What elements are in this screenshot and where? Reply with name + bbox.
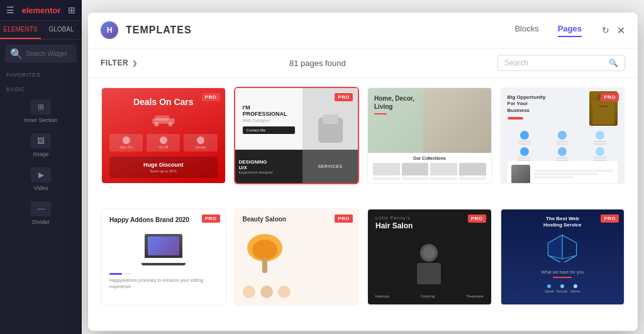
laptop-illustration: [145, 234, 182, 258]
filter-button[interactable]: FILTER ❯: [101, 58, 138, 67]
person-illustration: [313, 96, 348, 143]
template-beauty-preview: Beauty Saloon: [235, 209, 358, 304]
video-icon: ▶: [31, 167, 51, 182]
svg-rect-13: [417, 263, 441, 284]
pro-badge-happy: PRO: [202, 214, 220, 223]
tab-pages[interactable]: Pages: [558, 24, 582, 37]
pro-badge-hair: PRO: [468, 214, 486, 223]
grid-icon[interactable]: ⊞: [68, 5, 75, 15]
prof-title: I'M PROFESSIONAL: [243, 104, 296, 117]
business-title: Big OpportunityFor YourBusiness: [508, 94, 585, 114]
template-card-deals[interactable]: Deals On Cars Open Fm: [101, 87, 226, 184]
filter-bar: FILTER ❯ 81 pages found 🔍: [88, 48, 638, 78]
hair-person-illustration: [412, 240, 447, 284]
sidebar-search-box[interactable]: 🔍: [5, 45, 77, 63]
svg-rect-1: [155, 115, 169, 120]
beauty-icon-2: [260, 286, 273, 298]
svg-point-14: [423, 247, 435, 259]
svg-rect-7: [592, 101, 614, 125]
svg-point-3: [168, 122, 172, 126]
hair-service-coloring: Coloring: [421, 294, 435, 298]
close-icon[interactable]: ✕: [617, 25, 625, 36]
sidebar-item-image[interactable]: 🖼 Image: [0, 128, 82, 162]
sidebar-tab-global[interactable]: GLOBAL: [41, 21, 82, 39]
hair-brand: Little Penny's: [375, 216, 484, 220]
template-card-happy-addons[interactable]: Happy Addons Brand 2020 HappyAddons prom…: [101, 208, 226, 306]
template-search-box[interactable]: 🔍: [497, 55, 625, 71]
sidebar-item-inner-section-label: Inner Section: [24, 117, 57, 123]
sidebar-item-image-label: Image: [33, 151, 48, 157]
hosting-feature-2: Security: [557, 284, 568, 293]
pro-badge-professional: PRO: [335, 93, 353, 101]
template-happy-preview: Happy Addons Brand 2020 HappyAddons prom…: [102, 209, 225, 304]
template-card-business[interactable]: Big OpportunityFor YourBusiness: [500, 87, 626, 184]
modal-title: TEMPLATES: [126, 25, 507, 36]
template-card-professional[interactable]: I'M PROFESSIONAL Web Designer Contact Me: [234, 87, 360, 184]
sidebar-item-inner-section[interactable]: ⊞ Inner Section: [0, 94, 82, 128]
template-home-preview: Home, Decor,Living Our Collections: [368, 88, 491, 183]
template-card-hair-salon[interactable]: Little Penny's Hair Salon Haircuts Color: [367, 208, 492, 306]
sidebar-search-input[interactable]: [26, 50, 72, 57]
svg-point-2: [154, 122, 158, 126]
modal-header: H TEMPLATES Blocks Pages ↻ ✕: [88, 13, 638, 48]
hamburger-icon[interactable]: ☰: [6, 5, 14, 15]
sidebar-tabs: ELEMENTS GLOBAL: [0, 21, 82, 40]
pro-badge-deals: PRO: [202, 93, 220, 101]
search-icon: 🔍: [10, 48, 23, 60]
cube-illustration: [545, 234, 580, 262]
hair-service-treatment: Treatment: [466, 294, 483, 298]
brush-illustration: [243, 232, 287, 276]
template-search-input[interactable]: [504, 58, 605, 67]
template-deals-preview: Deals On Cars Open Fm: [102, 88, 225, 183]
template-card-beauty-saloon[interactable]: Beauty Saloon: [234, 208, 360, 306]
hosting-feature-1: Speed: [545, 284, 553, 293]
pro-badge-hosting: PRO: [601, 214, 619, 223]
refresh-icon[interactable]: ↻: [602, 25, 609, 35]
pro-badge-business: PRO: [601, 93, 619, 101]
svg-rect-6: [323, 114, 338, 124]
inner-section-icon: ⊞: [31, 99, 51, 114]
template-business-preview: Big OpportunityFor YourBusiness: [501, 88, 625, 183]
favorites-section-label: FAVORITES: [0, 68, 82, 80]
car-illustration: [142, 113, 186, 126]
template-card-web-hosting[interactable]: The Best WebHosting Service What we have…: [500, 208, 626, 306]
template-hair-preview: Little Penny's Hair Salon Haircuts Color: [368, 209, 491, 304]
modal-actions: ↻ ✕: [602, 25, 625, 36]
basic-section-label: BASIC: [0, 82, 82, 94]
svg-rect-8: [599, 106, 608, 107]
sidebar-tab-elements[interactable]: ELEMENTS: [0, 21, 41, 39]
modal-logo: H: [101, 21, 118, 39]
search-icon: 🔍: [609, 58, 618, 67]
deals-title: Deals On Cars: [133, 97, 194, 108]
template-grid: Deals On Cars Open Fm: [88, 78, 638, 331]
svg-point-10: [252, 240, 277, 260]
pro-badge-beauty: PRO: [335, 214, 353, 223]
hosting-sub: What we have for you: [541, 270, 584, 274]
sidebar-item-divider[interactable]: — Divider: [0, 196, 82, 230]
beauty-icon-3: [278, 286, 291, 298]
elementor-logo: elementor: [21, 6, 60, 15]
sidebar: ☰ elementor ⊞ ELEMENTS GLOBAL 🔍 FAVORITE…: [0, 0, 82, 334]
template-hosting-preview: The Best WebHosting Service What we have…: [501, 209, 625, 304]
divider-icon: —: [31, 201, 51, 216]
sidebar-item-video[interactable]: ▶ Video: [0, 162, 82, 196]
template-card-home-decor[interactable]: Home, Decor,Living Our Collections: [367, 87, 492, 184]
hair-title: Hair Salon: [375, 221, 484, 230]
hosting-feature-3: Uptime: [570, 284, 580, 293]
filter-chevron-icon: ❯: [132, 60, 138, 67]
hair-service-haircuts: Haircuts: [375, 294, 389, 298]
main-area: H TEMPLATES Blocks Pages ↻ ✕ FILTER ❯: [82, 0, 644, 334]
hosting-title: The Best WebHosting Service: [543, 216, 581, 229]
sidebar-item-video-label: Video: [34, 185, 48, 191]
templates-modal: H TEMPLATES Blocks Pages ↻ ✕ FILTER ❯: [88, 13, 638, 331]
beauty-title: Beauty Saloon: [243, 216, 286, 223]
home-title: Home, Decor,Living: [374, 94, 414, 111]
filter-label: FILTER: [101, 58, 128, 67]
results-count: 81 pages found: [150, 58, 485, 68]
svg-rect-11: [262, 257, 267, 273]
tab-blocks[interactable]: Blocks: [514, 24, 538, 37]
happy-title: Happy Addons Brand 2020: [109, 216, 218, 224]
image-icon: 🖼: [31, 133, 51, 148]
template-professional-preview: I'M PROFESSIONAL Web Designer Contact Me: [235, 88, 358, 183]
beauty-icon-1: [243, 286, 255, 298]
